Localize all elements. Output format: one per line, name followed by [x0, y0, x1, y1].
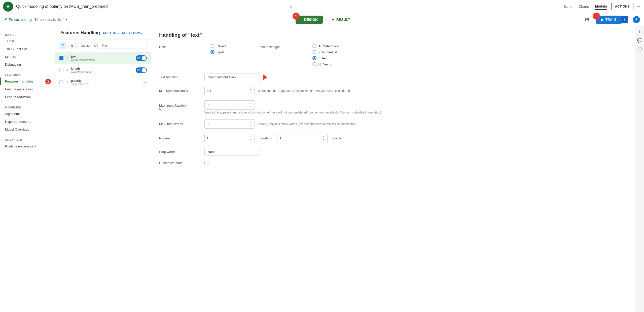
- ngrams-to-up[interactable]: ▲: [322, 135, 325, 138]
- toggle-length[interactable]: ON: [136, 67, 147, 73]
- var-vector-radio[interactable]: [312, 62, 316, 66]
- ngrams-to-down[interactable]: ▼: [322, 138, 325, 141]
- sort-icon: ⇅: [71, 44, 73, 48]
- max-words-input[interactable]: [207, 122, 249, 126]
- variable-type-group: A Categorical # Numerical I: [312, 44, 339, 66]
- var-numerical-radio[interactable]: [312, 50, 316, 54]
- basic-section-title: BASIC: [0, 31, 55, 37]
- settings-icon[interactable]: ⚙: [289, 5, 293, 9]
- train-badge: 5: [593, 13, 600, 20]
- max-words-input-box[interactable]: ▲ ▼: [204, 119, 255, 129]
- max-rows-input-box[interactable]: ▲ ▼: [204, 100, 255, 110]
- role-reject[interactable]: Reject: [210, 44, 226, 48]
- design-button[interactable]: ≡ DESIGN: [296, 16, 323, 24]
- stop-words-row: Stop words None English Custom: [159, 148, 627, 156]
- min-rows-input[interactable]: [207, 89, 249, 93]
- var-type-text[interactable]: I Text: [312, 56, 339, 60]
- variable-type-label: Variable type: [261, 44, 306, 49]
- min-rows-up[interactable]: ▲: [249, 88, 253, 91]
- max-words-up[interactable]: ▲: [249, 121, 253, 124]
- design-label: DESIGN: [304, 18, 318, 22]
- max-words-hint: If not 0, only this many words (the most…: [258, 122, 627, 126]
- var-type-numerical[interactable]: # Numerical: [312, 50, 339, 54]
- text-handling-select-box[interactable]: Count vectorization TF/IDF vectorization…: [204, 73, 260, 81]
- right-sidebar: ℹ 💬 🕐: [635, 26, 644, 312]
- var-text-radio[interactable]: [312, 56, 316, 60]
- train-label: TRAIN: [605, 18, 616, 22]
- var-categorical-radio[interactable]: [312, 44, 316, 48]
- ngrams-label: Ngrams: [159, 136, 204, 140]
- dataset-select[interactable]: Dataset: [78, 43, 98, 49]
- role-input-radio[interactable]: [210, 50, 214, 54]
- feature-row-length[interactable]: # length Avg-std rescaling ON: [55, 64, 151, 76]
- nav-models[interactable]: Models: [595, 3, 607, 10]
- stop-words-select[interactable]: None English Custom: [208, 150, 257, 154]
- actions-button[interactable]: ACTIONS: [611, 3, 634, 10]
- max-rows-control: ▲ ▼ Words that appear in more than in th…: [204, 100, 627, 114]
- advanced-section-title: ADVANCED: [0, 136, 55, 142]
- ngrams-from-down[interactable]: ▼: [249, 138, 253, 141]
- sidebar-item-target[interactable]: Target: [0, 37, 55, 45]
- feature-list: ✓ I text Count vectorization ON 3: [55, 52, 151, 312]
- feature-row-text[interactable]: ✓ I text Count vectorization ON 3: [55, 52, 151, 64]
- sidebar-item-feature-reduction[interactable]: Feature reduction: [0, 93, 55, 101]
- customize-code-row: Customize code: [159, 161, 627, 165]
- sub-header: ✔ Predict polarity (Binary classificatio…: [0, 13, 644, 26]
- toggle-all-button[interactable]: ☰: [59, 42, 66, 49]
- sidebar-item-model-overrides[interactable]: Model Overrides: [0, 126, 55, 133]
- role-reject-radio[interactable]: [210, 44, 214, 48]
- sort-button[interactable]: ⇅: [68, 43, 76, 49]
- var-numerical-label: Numerical: [322, 50, 337, 54]
- predict-chevron[interactable]: ▾: [66, 18, 67, 21]
- copy-to-link[interactable]: COPY TO...: [103, 31, 119, 35]
- sidebar-item-feature-generation[interactable]: Feature generation: [0, 85, 55, 93]
- var-type-vector[interactable]: [ ] Vector: [312, 62, 339, 66]
- feature-checkbox-polarity[interactable]: [59, 80, 63, 84]
- clock-icon[interactable]: 🕐: [637, 47, 642, 52]
- nav-charts[interactable]: Charts: [579, 4, 589, 10]
- ngrams-from-input[interactable]: [207, 136, 249, 140]
- feature-type-text: I: [65, 57, 69, 60]
- ngrams-to-box[interactable]: ▲ ▼: [277, 134, 328, 143]
- toggle-text[interactable]: ON: [136, 55, 147, 61]
- back-button[interactable]: ←: [636, 4, 641, 9]
- sidebar: BASIC Target Train / Test Set Metrics De…: [0, 26, 55, 312]
- var-type-categorical[interactable]: A Categorical: [312, 44, 339, 48]
- min-rows-down[interactable]: ▼: [249, 91, 253, 94]
- train-dropdown-button[interactable]: ▾: [621, 16, 628, 23]
- max-rows-up[interactable]: ▲: [249, 102, 253, 105]
- sidebar-item-hyperparameters[interactable]: Hyperparameters: [0, 118, 55, 126]
- nav-script[interactable]: Script: [563, 4, 573, 10]
- info-icon[interactable]: ℹ: [639, 29, 640, 34]
- feature-checkbox-text[interactable]: ✓: [59, 56, 63, 60]
- max-words-down[interactable]: ▼: [249, 124, 253, 127]
- sidebar-item-train-test-set[interactable]: Train / Test Set: [0, 45, 55, 53]
- ngrams-to-input[interactable]: [279, 136, 322, 140]
- feature-row-polarity[interactable]: # polarity Target variable ◎: [55, 76, 151, 88]
- sidebar-item-runtime-environment[interactable]: Runtime environment: [0, 142, 55, 150]
- text-handling-select[interactable]: Count vectorization TF/IDF vectorization…: [208, 75, 257, 79]
- max-rows-down[interactable]: ▼: [249, 105, 253, 108]
- sidebar-item-metrics[interactable]: Metrics: [0, 53, 55, 61]
- sidebar-item-algorithms[interactable]: Algorithms: [0, 110, 55, 118]
- feature-checkbox-length[interactable]: [59, 68, 63, 72]
- customize-code-checkbox[interactable]: [204, 161, 208, 165]
- save-button[interactable]: 💾: [582, 16, 592, 23]
- add-button[interactable]: +: [633, 16, 640, 23]
- ngrams-from-box[interactable]: ▲ ▼: [204, 134, 255, 143]
- max-rows-input[interactable]: [207, 103, 249, 107]
- sidebar-item-debugging[interactable]: Debugging: [0, 61, 55, 68]
- feature-type-polarity: #: [65, 81, 69, 84]
- stop-words-select-box[interactable]: None English Custom: [204, 148, 260, 156]
- design-badge: 1: [293, 13, 300, 20]
- modeling-section-title: MODELING: [0, 104, 55, 110]
- role-input[interactable]: Input: [210, 50, 226, 54]
- max-rows-row: Max. rows fraction% ▲ ▼ Words that appea…: [159, 100, 627, 114]
- copy-from-link[interactable]: COPY FROM...: [122, 31, 143, 35]
- chat-icon[interactable]: 💬: [637, 38, 642, 43]
- min-rows-input-box[interactable]: ▲ ▼: [204, 86, 255, 95]
- filter-input[interactable]: [100, 43, 147, 49]
- text-handling-label: Text handling: [159, 75, 204, 79]
- result-button[interactable]: ✔ RESULT: [328, 16, 354, 24]
- ngrams-from-up[interactable]: ▲: [249, 135, 253, 138]
